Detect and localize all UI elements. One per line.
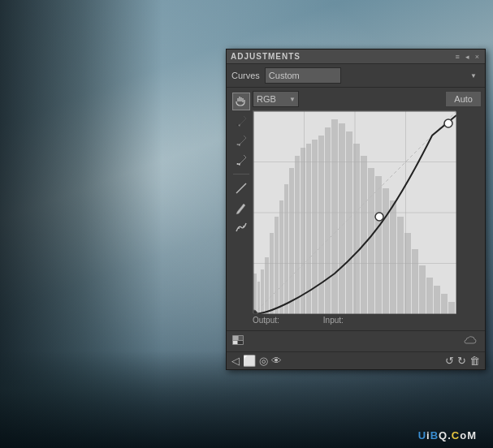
svg-rect-17 <box>306 144 311 314</box>
svg-rect-28 <box>383 188 389 314</box>
eyedropper-black-tool[interactable] <box>232 112 250 130</box>
svg-rect-13 <box>284 184 288 314</box>
input-label: Input: <box>323 316 344 325</box>
svg-point-47 <box>444 119 452 127</box>
preset-select[interactable]: Custom Default Strong Contrast Linear Co… <box>265 67 341 84</box>
pencil-tool[interactable] <box>232 199 250 217</box>
svg-rect-33 <box>419 265 426 314</box>
svg-rect-27 <box>375 176 382 314</box>
svg-rect-35 <box>434 286 440 314</box>
eyedropper-gray-tool[interactable] <box>232 131 250 149</box>
adjustments-panel: ADJUSTMENTS ≡ ◂ × Curves Custom Default … <box>226 49 486 370</box>
svg-point-4 <box>243 226 244 227</box>
watermark-om: oM <box>460 429 477 442</box>
auto-button[interactable]: Auto <box>445 91 482 107</box>
panel-titlebar: ADJUSTMENTS ≡ ◂ × <box>227 50 485 64</box>
svg-rect-26 <box>368 168 374 314</box>
svg-rect-30 <box>397 217 404 314</box>
svg-rect-16 <box>301 148 305 314</box>
watermark-o: Q <box>439 429 448 442</box>
channel-select-wrapper: RGB Red Green Blue <box>253 91 299 107</box>
channel-row: RGB Red Green Blue Auto <box>253 91 482 107</box>
curves-mode-icon[interactable] <box>231 334 244 348</box>
svg-rect-50 <box>233 336 238 340</box>
footer-refresh-icon[interactable]: ↻ <box>457 355 466 367</box>
footer-back-icon[interactable]: ◁ <box>231 355 240 367</box>
tool-divider <box>233 174 249 174</box>
svg-rect-22 <box>339 123 345 314</box>
svg-rect-15 <box>295 156 300 314</box>
svg-point-2 <box>237 163 239 165</box>
footer-left-icons: ◁ ⬜ ◎ 👁 <box>231 355 282 367</box>
channel-select[interactable]: RGB Red Green Blue <box>253 91 299 107</box>
svg-rect-19 <box>318 136 324 314</box>
svg-rect-29 <box>390 200 396 314</box>
hand-tool[interactable] <box>232 93 250 110</box>
svg-rect-25 <box>361 156 367 314</box>
svg-point-46 <box>375 213 383 221</box>
svg-rect-31 <box>404 233 411 314</box>
panel-footer: ◁ ⬜ ◎ 👁 ↺ ↻ 🗑 <box>227 351 485 369</box>
panel-title: ADJUSTMENTS <box>231 52 301 61</box>
svg-point-0 <box>237 124 239 126</box>
svg-rect-23 <box>346 131 352 314</box>
watermark: UiBQ.CoM <box>418 429 477 442</box>
output-label: Output: <box>253 316 279 325</box>
curves-preset-row: Curves Custom Default Strong Contrast Li… <box>227 64 485 88</box>
preset-select-wrapper: Custom Default Strong Contrast Linear Co… <box>265 67 480 84</box>
svg-rect-37 <box>448 302 455 314</box>
footer-right-icons: ↺ ↻ 🗑 <box>445 355 480 367</box>
main-area: RGB Red Green Blue Auto <box>227 88 485 330</box>
svg-rect-14 <box>289 168 294 314</box>
svg-rect-34 <box>426 278 433 314</box>
watermark-b: B <box>430 429 439 442</box>
svg-rect-20 <box>325 127 331 314</box>
svg-rect-21 <box>331 119 338 314</box>
svg-rect-11 <box>275 217 279 314</box>
svg-rect-52 <box>233 341 237 344</box>
curve-tool[interactable] <box>232 179 250 197</box>
svg-rect-53 <box>238 341 243 344</box>
svg-rect-10 <box>270 233 274 314</box>
svg-rect-9 <box>265 257 269 314</box>
footer-target-icon[interactable]: ◎ <box>259 355 268 367</box>
cloud-icon <box>464 335 477 347</box>
svg-point-1 <box>237 144 239 145</box>
panel-close-icon[interactable]: × <box>474 53 481 61</box>
left-tools <box>230 91 253 327</box>
svg-rect-51 <box>239 336 243 340</box>
curves-svg <box>253 111 456 314</box>
output-input-row: Output: Input: <box>253 313 482 327</box>
svg-rect-6 <box>253 274 257 314</box>
curves-label: Curves <box>231 71 260 80</box>
bottom-row <box>227 330 485 351</box>
svg-rect-32 <box>412 249 418 314</box>
footer-reset-icon[interactable]: ↺ <box>445 355 454 367</box>
chart-area: RGB Red Green Blue Auto <box>253 91 482 327</box>
svg-rect-24 <box>353 144 360 314</box>
footer-delete-icon[interactable]: 🗑 <box>469 355 480 367</box>
curves-canvas[interactable] <box>253 110 456 313</box>
svg-rect-8 <box>261 269 264 314</box>
svg-rect-12 <box>279 200 283 314</box>
svg-rect-36 <box>441 294 448 314</box>
svg-point-3 <box>238 227 240 229</box>
watermark-c: C <box>452 429 460 442</box>
panel-controls: ≡ ◂ × <box>453 53 481 61</box>
watermark-u: U <box>418 429 426 442</box>
smooth-tool[interactable] <box>232 218 250 236</box>
footer-eye-icon[interactable]: 👁 <box>271 355 282 367</box>
footer-page-icon[interactable]: ⬜ <box>243 355 256 367</box>
panel-collapse-icon[interactable]: ◂ <box>464 53 471 61</box>
panel-menu-icon[interactable]: ≡ <box>453 53 461 61</box>
eyedropper-white-tool[interactable] <box>232 151 250 169</box>
